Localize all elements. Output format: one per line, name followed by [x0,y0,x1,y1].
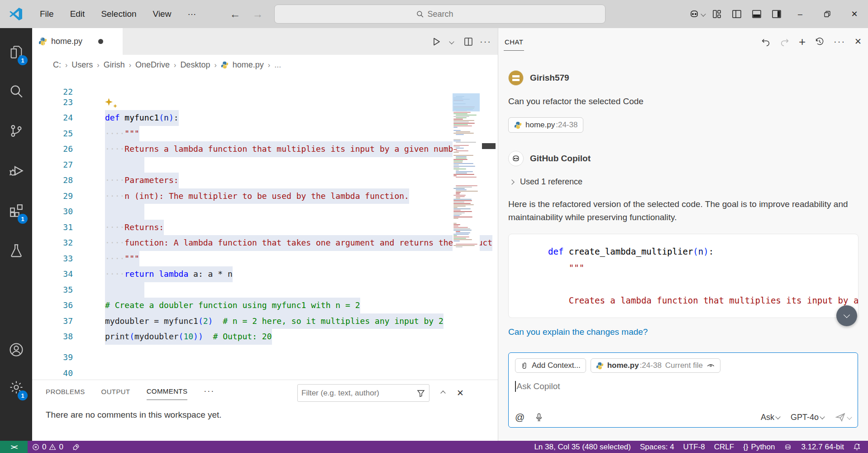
language-mode[interactable]: {} Python [739,441,779,453]
toggle-secondary-sidebar-button[interactable] [767,5,787,23]
code-line[interactable]: Creates a lambda function that multiplie… [516,292,858,308]
tab-comments[interactable]: COMMENTS [147,382,188,400]
panel-close-button[interactable]: ✕ [457,388,464,398]
breadcrumb-item[interactable]: Users [72,60,93,70]
comments-filter[interactable] [297,384,429,402]
encoding[interactable]: UTF-8 [679,441,710,453]
breadcrumb-item-file[interactable]: home.py [233,60,264,70]
sidebar-item-extensions[interactable]: 1 [0,195,32,226]
code-line[interactable]: 31····Returns: [32,220,498,236]
forward-arrow-icon[interactable]: → [252,8,263,20]
mention-button[interactable]: @ [515,412,525,423]
code-line[interactable]: 37mydoubler = myfunc1(2) # n = 2 here, s… [32,313,498,329]
eol-sequence[interactable]: CRLF [710,441,739,453]
code-line[interactable]: 24def myfunc1(n): [32,110,498,126]
run-button[interactable] [431,36,442,47]
code-line[interactable]: 40 [32,360,498,376]
code-line[interactable]: 36# Create a doubler function using myfu… [32,298,498,313]
minimize-button[interactable]: – [787,0,814,28]
code-line[interactable] [516,276,858,292]
code-line[interactable]: 22 [32,79,498,95]
sidebar-item-source-control[interactable] [0,115,32,147]
sidebar-item-account[interactable] [0,334,32,366]
filter-funnel-icon[interactable] [416,389,425,398]
redo-icon[interactable] [780,37,790,47]
sidebar-item-settings[interactable]: 1 [0,371,32,403]
remote-indicator[interactable]: >< [0,441,28,453]
launch-status[interactable] [68,441,84,453]
sidebar-item-testing[interactable] [0,235,32,266]
scroll-to-bottom-button[interactable] [836,305,857,326]
customize-layout-button[interactable] [707,5,727,23]
copilot-menu-button[interactable] [687,5,707,23]
split-editor-button[interactable] [463,37,473,47]
undo-icon[interactable] [761,37,771,47]
menu-file[interactable]: File [33,6,60,22]
add-context-button[interactable]: Add Context... [515,358,586,373]
code-line[interactable]: 27 [32,157,498,173]
code-line[interactable]: 38print(mydoubler(10)) # Output: 20 [32,329,498,345]
modified-dot-icon[interactable] [98,39,103,44]
code-line[interactable]: 23 [32,95,498,111]
breadcrumb-item[interactable]: ... [274,60,281,70]
menu-selection[interactable]: Selection [95,6,143,22]
menu-view[interactable]: View [147,6,178,22]
model-selector[interactable]: GPT-4o [791,413,824,422]
mode-selector[interactable]: Ask [761,413,780,422]
problems-status[interactable]: 0 0 [28,441,68,453]
breadcrumb-item[interactable]: OneDrive [135,60,170,70]
tab-home-py[interactable]: home.py [32,28,123,55]
code-line[interactable]: 29····n (int): The multiplier to be used… [32,188,498,204]
current-file-chip[interactable]: home.py:24-38 Current file [591,358,720,373]
close-window-button[interactable]: ✕ [841,0,868,28]
toggle-sidebar-button[interactable] [727,5,747,23]
command-search-box[interactable] [274,5,606,24]
menu-edit[interactable]: Edit [64,6,91,22]
chat-close-button[interactable]: ✕ [854,36,862,47]
editor-more-actions-button[interactable]: ··· [480,36,491,47]
breadcrumb-item[interactable]: Desktop [180,60,210,70]
chat-input-placeholder[interactable]: Ask Copilot [517,381,560,391]
chat-more-actions-button[interactable]: ··· [834,36,845,47]
send-options-chevron-icon[interactable] [847,414,852,419]
chat-code-block[interactable]: def create_lambda_multiplier(n): """ Cre… [508,234,858,318]
code-line[interactable]: 30 [32,204,498,220]
back-arrow-icon[interactable]: ← [229,8,240,20]
panel-more-tabs-button[interactable]: ··· [204,386,215,396]
panel-maximize-chevron-icon[interactable] [440,390,445,395]
eye-icon[interactable] [706,361,715,370]
indentation[interactable]: Spaces: 4 [635,441,679,453]
sidebar-item-search[interactable] [0,75,32,107]
code-line[interactable]: 25····""" [32,126,498,142]
menu-more[interactable]: ··· [181,6,202,22]
code-line[interactable]: """ [516,260,858,276]
attachment-chip[interactable]: home.py:24-38 [508,117,583,133]
chat-input-box[interactable]: Add Context... home.py:24-38 Current fil… [508,352,858,428]
restore-button[interactable] [814,0,841,28]
notifications-bell[interactable] [849,441,868,453]
sidebar-item-run-debug[interactable] [0,155,32,187]
code-line[interactable]: 26····Returns a lambda function that mul… [32,141,498,157]
filter-input[interactable] [301,389,416,398]
python-version[interactable]: 3.12.7 64-bit [796,441,849,453]
microphone-icon[interactable] [534,413,544,422]
followup-suggestion-link[interactable]: Can you explain the changes made? [508,327,858,337]
code-line[interactable]: 35 [32,282,498,298]
cursor-position[interactable]: Ln 38, Col 35 (480 selected) [529,441,635,453]
used-references-toggle[interactable]: Used 1 reference [508,177,858,187]
code-line[interactable]: 32····function: A lambda function that t… [32,235,498,251]
toggle-panel-button[interactable] [747,5,767,23]
sash-handle[interactable] [482,143,496,149]
code-line[interactable]: 34····return lambda a: a * n [32,266,498,282]
tab-problems[interactable]: PROBLEMS [46,382,85,400]
run-dropdown-chevron-icon[interactable] [449,39,454,44]
new-chat-button[interactable]: + [799,37,806,46]
code-line[interactable]: 33····""" [32,251,498,267]
sidebar-item-explorer[interactable]: 1 [0,36,32,68]
breadcrumb-item[interactable]: C: [53,60,61,70]
tab-chat[interactable]: CHAT [504,33,524,51]
history-icon[interactable] [815,37,825,47]
search-input[interactable] [428,10,464,19]
code-line[interactable]: def create_lambda_multiplier(n): [516,243,858,260]
breadcrumb-item[interactable]: Girish [104,60,125,70]
